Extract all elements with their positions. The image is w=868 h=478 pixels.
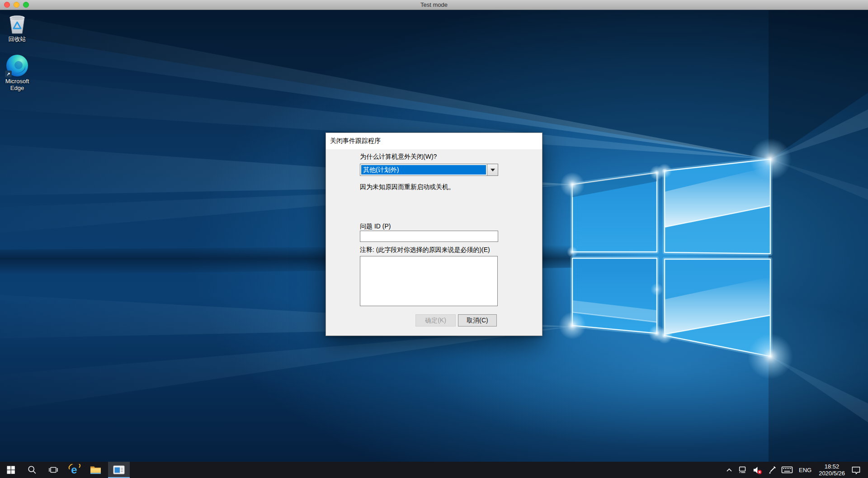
- dialog-window-icon: [113, 465, 125, 475]
- tray-network[interactable]: [736, 462, 750, 478]
- shutdown-reason-dropdown[interactable]: 其他(计划外): [360, 164, 498, 176]
- clock-time: 18:52: [819, 463, 845, 470]
- screen: Test mode 回收站: [0, 0, 868, 478]
- shutdown-reason-question-label: 为什么计算机意外关闭(W)?: [360, 153, 437, 161]
- start-button[interactable]: [0, 462, 21, 478]
- tray-volume-muted[interactable]: [750, 462, 765, 478]
- dialog-title: 关闭事件跟踪程序: [330, 137, 381, 145]
- svg-text:e: e: [71, 464, 77, 476]
- reason-description: 因为未知原因而重新启动或关机。: [360, 183, 455, 191]
- tray-touch-keyboard[interactable]: [779, 462, 795, 478]
- macos-titlebar: Test mode: [0, 0, 868, 10]
- task-view-icon: [48, 464, 59, 475]
- problem-id-label: 问题 ID (P): [360, 222, 391, 231]
- cancel-button[interactable]: 取消(C): [458, 314, 497, 327]
- chevron-down-icon: [491, 169, 495, 171]
- wired-network-icon: [738, 465, 748, 475]
- desktop-icon-recycle-bin[interactable]: 回收站: [2, 13, 32, 43]
- task-view-button[interactable]: [42, 462, 64, 478]
- tray-windows-ink[interactable]: [765, 462, 779, 478]
- action-center-icon: [851, 465, 861, 475]
- recycle-bin-icon: [6, 13, 28, 35]
- pen-icon: [767, 465, 777, 475]
- dialog-titlebar[interactable]: 关闭事件跟踪程序: [326, 133, 542, 149]
- clock-date: 2020/5/26: [819, 470, 845, 477]
- search-button[interactable]: [21, 462, 42, 478]
- keyboard-icon: [781, 465, 793, 475]
- tray-show-hidden-icons[interactable]: [723, 462, 736, 478]
- taskbar-item-file-explorer[interactable]: [85, 462, 106, 478]
- chevron-up-icon: [725, 466, 733, 474]
- file-explorer-icon: [90, 464, 102, 475]
- dropdown-selected-value: 其他(计划外): [361, 165, 486, 175]
- taskbar-item-shutdown-tracker[interactable]: [108, 462, 130, 478]
- desktop-icon-microsoft-edge[interactable]: ↗ Microsoft Edge: [2, 54, 32, 91]
- taskbar-item-internet-explorer[interactable]: e: [64, 462, 85, 478]
- tray-language-indicator[interactable]: ENG: [795, 462, 815, 478]
- ok-button[interactable]: 确定(K): [415, 314, 456, 327]
- dropdown-open-button[interactable]: [487, 164, 498, 175]
- desktop-icon-label: Microsoft Edge: [2, 78, 32, 91]
- shutdown-event-tracker-dialog: 关闭事件跟踪程序 为什么计算机意外关闭(W)? 其他(计划外) 因为未知原因而重…: [326, 133, 542, 336]
- tray-clock[interactable]: 18:52 2020/5/26: [815, 463, 849, 477]
- taskbar: e: [0, 462, 868, 478]
- volume-muted-icon: [752, 465, 763, 475]
- internet-explorer-icon: e: [68, 464, 80, 476]
- desktop-icon-label: 回收站: [9, 36, 26, 43]
- search-icon: [27, 465, 37, 475]
- window-title: Test mode: [0, 1, 868, 8]
- comment-label: 注释: (此字段对你选择的原因来说是必须的)(E): [360, 246, 490, 254]
- action-center-button[interactable]: [849, 462, 863, 478]
- problem-id-input[interactable]: [360, 231, 498, 242]
- comment-textarea[interactable]: [360, 256, 498, 306]
- windows-logo-icon: [7, 466, 15, 474]
- shortcut-arrow-icon: ↗: [5, 71, 12, 77]
